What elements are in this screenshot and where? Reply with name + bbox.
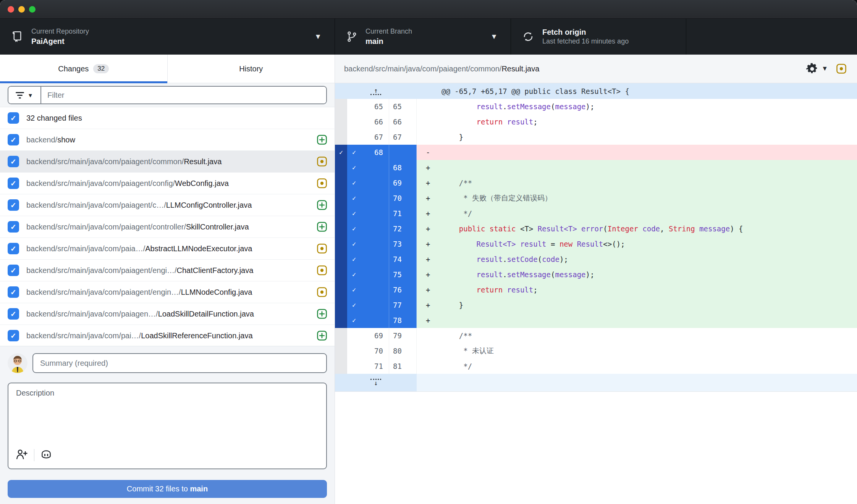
tab-history[interactable]: History <box>167 55 335 83</box>
tab-changes-label: Changes <box>58 65 89 73</box>
file-row[interactable]: ✓backend/src/main/java/com/paiagent/engi… <box>0 281 335 303</box>
diff-row-added[interactable]: ✓71+ */ <box>335 206 857 221</box>
diff-row-added[interactable]: ✓72+ public static <T> Result<T> error(I… <box>335 221 857 236</box>
hunk-selection-strip <box>335 343 347 359</box>
expand-up-button[interactable]: ↑ <box>335 83 417 99</box>
filter-caret-icon: ▼ <box>27 92 33 99</box>
repo-icon <box>11 30 24 43</box>
file-path: backend/src/main/java/com/paiagent/commo… <box>26 157 312 166</box>
file-row[interactable]: ✓backend/src/main/java/com/paiagen…/Load… <box>0 303 335 325</box>
file-row[interactable]: ✓backend/src/main/java/com/paiagent/comm… <box>0 151 335 173</box>
file-checkbox[interactable]: ✓ <box>8 286 19 298</box>
file-checkbox[interactable]: ✓ <box>8 265 19 276</box>
diff-row-added[interactable]: ✓75+ result.setMessage(message); <box>335 267 857 282</box>
file-checkbox[interactable]: ✓ <box>8 134 19 145</box>
diff-row-added[interactable]: ✓68+ <box>335 160 857 175</box>
diff-view: ↑ @@ -65,7 +65,17 @@ public class Result… <box>335 83 857 392</box>
modified-file-icon <box>316 178 328 189</box>
file-row[interactable]: ✓backend/src/main/java/com/paiagent/cont… <box>0 216 335 238</box>
current-repository-button[interactable]: Current Repository PaiAgent ▼ <box>0 19 335 55</box>
file-checkbox[interactable]: ✓ <box>8 199 19 211</box>
diff-row-added[interactable]: ✓77+ } <box>335 297 857 313</box>
select-all-checkbox[interactable]: ✓ <box>8 112 19 124</box>
tab-changes[interactable]: Changes 32 <box>0 55 167 83</box>
icon-divider <box>34 449 34 461</box>
file-checkbox[interactable]: ✓ <box>8 156 19 167</box>
diff-row-removed[interactable]: ✓✓68- <box>335 145 857 160</box>
fetch-origin-button[interactable]: Fetch origin Last fetched 16 minutes ago <box>511 19 686 55</box>
added-file-icon <box>316 330 328 341</box>
file-row[interactable]: ✓backend/src/main/java/com/paiagent/conf… <box>0 173 335 194</box>
diff-pane: backend/src/main/java/com/paiagent/commo… <box>335 55 857 504</box>
summary-input[interactable] <box>32 353 327 373</box>
file-row[interactable]: ✓backend/src/main/java/com/paia…/Abstrac… <box>0 238 335 260</box>
fullscreen-button[interactable] <box>29 6 36 13</box>
added-file-icon <box>316 134 328 145</box>
new-line-number: 78 <box>389 313 417 328</box>
file-checkbox[interactable]: ✓ <box>8 243 19 254</box>
select-all-row[interactable]: ✓ 32 changed files <box>0 107 335 129</box>
branch-name: main <box>365 36 412 46</box>
diff-row-context: 7181 */ <box>335 359 857 374</box>
hunk-selection-strip[interactable] <box>335 221 347 236</box>
add-coauthor-button[interactable] <box>15 448 28 462</box>
old-line-number: 70 <box>347 343 389 359</box>
diff-row-added[interactable]: ✓73+ Result<T> result = new Result<>(); <box>335 236 857 252</box>
tabbar: Changes 32 History <box>0 55 335 83</box>
file-row[interactable]: ✓backend/show <box>0 129 335 151</box>
file-list-container: ✓ 32 changed files ✓backend/show✓backend… <box>0 107 335 346</box>
file-row[interactable]: ✓backend/src/main/java/com/pai…/LoadSkil… <box>0 325 335 346</box>
hunk-selection-strip[interactable]: ✓ <box>335 145 347 160</box>
diff-row-added[interactable]: ✓74+ result.setCode(code); <box>335 252 857 267</box>
sidebar: Changes 32 History ▼ ✓ <box>0 55 335 504</box>
file-header: backend/src/main/java/com/paiagent/commo… <box>335 55 857 83</box>
file-checkbox[interactable]: ✓ <box>8 221 19 233</box>
file-checkbox[interactable]: ✓ <box>8 330 19 341</box>
file-path: backend/src/main/java/com/paiagent/engin… <box>26 288 312 297</box>
diff-options-button[interactable]: ▼ <box>806 63 832 75</box>
current-branch-button[interactable]: Current Branch main ▼ <box>335 19 511 55</box>
description-textarea[interactable] <box>15 388 321 439</box>
hunk-selection-strip <box>335 99 347 114</box>
diff-rows: 6565 result.setMessage(message);6666 ret… <box>335 99 857 374</box>
filter-input[interactable] <box>41 87 326 103</box>
code-line: + */ <box>417 206 857 221</box>
expand-down-button[interactable]: ↓ <box>335 374 417 391</box>
hunk-selection-strip[interactable] <box>335 236 347 252</box>
hunk-selection-strip[interactable] <box>335 160 347 175</box>
file-path: backend/src/main/java/com/paiagent/c…/LL… <box>26 201 312 210</box>
avatar <box>8 353 27 373</box>
hunk-selection-strip[interactable] <box>335 206 347 221</box>
hunk-selection-strip[interactable] <box>335 191 347 206</box>
new-line-number: 73 <box>389 236 417 252</box>
diff-row-added[interactable]: ✓76+ return result; <box>335 282 857 297</box>
hunk-selection-strip[interactable] <box>335 282 347 297</box>
file-checkbox[interactable]: ✓ <box>8 178 19 189</box>
close-button[interactable] <box>8 6 14 13</box>
new-line-number: 66 <box>389 114 417 129</box>
filter-options-button[interactable]: ▼ <box>8 87 41 103</box>
hunk-selection-strip[interactable] <box>335 297 347 313</box>
diff-row-context: 6565 result.setMessage(message); <box>335 99 857 114</box>
hunk-selection-strip[interactable] <box>335 175 347 191</box>
hunk-selection-strip[interactable] <box>335 252 347 267</box>
file-row[interactable]: ✓backend/src/main/java/com/paiagent/c…/L… <box>0 194 335 216</box>
diff-row-added[interactable]: ✓69+ /** <box>335 175 857 191</box>
new-line-number: 77 <box>389 297 417 313</box>
old-line-number: ✓ <box>347 206 389 221</box>
file-checkbox[interactable]: ✓ <box>8 308 19 320</box>
commit-button[interactable]: Commit 32 files to main <box>8 480 327 498</box>
hunk-selection-strip[interactable] <box>335 267 347 282</box>
old-line-number: 67 <box>347 129 389 145</box>
titlebar <box>0 0 857 19</box>
code-line: - <box>417 145 857 160</box>
diff-row-added[interactable]: ✓78+ <box>335 313 857 328</box>
file-row[interactable]: ✓backend/src/main/java/com/paiagent/engi… <box>0 260 335 281</box>
hunk-selection-strip[interactable] <box>335 313 347 328</box>
diff-row-added[interactable]: ✓70+ * 失败（带自定义错误码） <box>335 191 857 206</box>
copilot-button[interactable] <box>40 448 52 462</box>
minimize-button[interactable] <box>18 6 25 13</box>
sync-icon <box>522 30 535 43</box>
repo-name: PaiAgent <box>31 36 89 46</box>
file-path: backend/show <box>26 136 312 144</box>
